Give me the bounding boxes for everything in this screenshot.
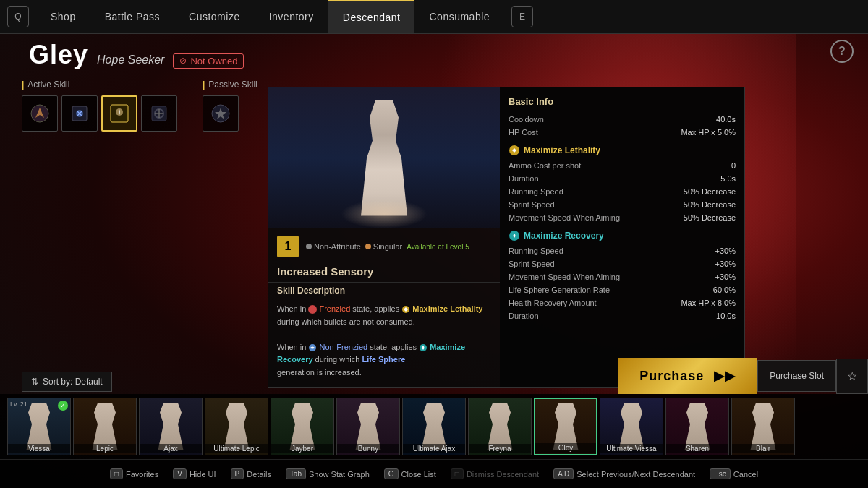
top-navigation: Q Shop Battle Pass Customize Inventory D… [0, 0, 868, 34]
char-thumb-bg: Freyna [469, 398, 531, 455]
character-title: Hope Seeker [97, 53, 164, 67]
char-figure [613, 403, 650, 450]
nav-item-consumable[interactable]: Consumable [414, 0, 504, 33]
char-name: Bunny [337, 444, 399, 453]
nav-item-descendant[interactable]: Descendant [328, 0, 415, 33]
basic-info-title: Basic Info [509, 96, 736, 107]
stat-graph-action: Show Stat Graph [309, 470, 370, 479]
stat-lethality-sprint: Sprint Speed 50% Decrease [509, 198, 736, 211]
preview-glow [341, 200, 427, 228]
help-button[interactable]: ? [830, 40, 854, 63]
bottom-cancel: Esc Cancel [710, 468, 758, 479]
desc-nonfrenzied-mid: state, applies [370, 343, 419, 351]
skill-icon-1[interactable] [22, 95, 58, 132]
passive-skills-row [203, 95, 258, 132]
char-thumb-ultimate-viessa[interactable]: Ultimate Viessa [600, 398, 663, 455]
char-thumb-ultimate-ajax[interactable]: Ultimate Ajax [402, 398, 466, 455]
char-owned-check: ✓ [58, 401, 68, 411]
nav-key-e[interactable]: E [511, 6, 533, 27]
life-sphere-label: Life Sphere Generation Rate [509, 286, 610, 294]
recovery-movement-value: +30% [715, 273, 736, 281]
nav-key-q[interactable]: Q [7, 6, 29, 27]
type-dot [365, 244, 371, 249]
stat-recovery-running: Running Speed +30% [509, 244, 736, 257]
char-figure [482, 403, 518, 450]
char-name: Ultimate Lepic [205, 444, 268, 453]
char-name: Ultimate Ajax [403, 444, 465, 453]
char-figure [153, 403, 189, 450]
char-figure [87, 403, 123, 450]
close-list-action: Close List [401, 470, 436, 479]
desc-end: generation is increased. [277, 368, 362, 377]
skill-info-header: 1 Non-Attribute Singular Available at Le… [268, 228, 500, 262]
skill-preview [268, 87, 500, 228]
recovery-running-label: Running Speed [509, 247, 563, 255]
bottom-details: P Details [231, 468, 271, 479]
active-skill-label: Active Skill [22, 80, 177, 90]
skill-desc-header: Skill Description [268, 282, 500, 300]
char-thumb-gley[interactable]: Gley [534, 398, 597, 455]
skill-tag-attribute: Non-Attribute [306, 242, 361, 251]
desc-frenzied-mid: state, applies [352, 304, 401, 313]
life-sphere-value: 60.0% [713, 286, 736, 294]
nav-item-customize[interactable]: Customize [174, 0, 255, 33]
char-name: Gley [535, 443, 596, 453]
attribute-dot [306, 244, 312, 249]
char-thumb-bg: Gley [535, 399, 596, 454]
char-figure [745, 403, 781, 450]
char-thumb-ultimate-lepic[interactable]: Ultimate Lepic [205, 398, 268, 455]
hide-ui-key: V [173, 468, 187, 479]
stat-lethality-movement: Movement Speed When Aiming 50% Decrease [509, 211, 736, 224]
hp-cost-label: HP Cost [509, 128, 538, 137]
active-skills-row [22, 95, 177, 132]
skill-name: Increased Sensory [268, 262, 500, 282]
char-thumb-freyna[interactable]: Freyna [468, 398, 532, 455]
char-figure [350, 403, 386, 450]
char-thumb-sharen[interactable]: Sharen [665, 398, 729, 455]
dismiss-action: Dismiss Descendant [467, 470, 539, 479]
sort-bar: ⇅ Sort by: Default [22, 372, 112, 392]
purchase-slot-button[interactable]: Purchase Slot [757, 360, 836, 392]
hp-cost-value: Max HP x 5.0% [681, 128, 736, 137]
char-name: Blair [732, 444, 794, 453]
favorite-button[interactable]: ☆ [836, 359, 868, 394]
nav-item-inventory[interactable]: Inventory [255, 0, 328, 33]
char-name: Ultimate Viessa [600, 444, 663, 453]
skill-icon-3[interactable] [101, 95, 137, 132]
char-thumb-jayber[interactable]: Jayber [271, 398, 334, 455]
desc-nonfrenzied-end: during which [315, 355, 362, 364]
skill-icon-4[interactable] [141, 95, 177, 132]
char-thumb-viessa[interactable]: ✓Lv. 21Viessa [7, 398, 71, 455]
skill-available: Available at Level 5 [407, 243, 469, 251]
char-level: Lv. 21 [10, 401, 27, 408]
health-recovery-value: Max HP x 8.0% [681, 299, 736, 307]
lethality-movement-label: Movement Speed When Aiming [509, 213, 620, 222]
lethality-duration-value: 5.0s [720, 174, 736, 183]
sort-button[interactable]: ⇅ Sort by: Default [22, 372, 112, 392]
recovery-movement-label: Movement Speed When Aiming [509, 273, 620, 281]
health-recovery-label: Health Recovery Amount [509, 299, 597, 307]
skill-description: When in Frenzied state, applies Maximize… [268, 300, 500, 387]
stat-lethality-running: Running Speed 50% Decrease [509, 185, 736, 198]
char-thumb-lepic[interactable]: Lepic [73, 398, 137, 455]
character-status: Not Owned [173, 53, 244, 69]
nav-item-battlepass[interactable]: Battle Pass [90, 0, 174, 33]
skill-icon-2[interactable] [61, 95, 98, 132]
favorites-action: Favorites [126, 470, 158, 479]
dismiss-key: □ [451, 468, 464, 479]
char-thumb-ajax[interactable]: Ajax [139, 398, 203, 455]
passive-skill-icon-1[interactable] [203, 95, 239, 132]
skill-tag-type: Singular [365, 242, 402, 251]
bottom-select: A D Select Previous/Next Descendant [553, 468, 695, 479]
char-thumb-blair[interactable]: Blair [731, 398, 795, 455]
nav-item-shop[interactable]: Shop [36, 0, 90, 33]
char-name: Sharen [666, 444, 728, 453]
stat-hp-cost: HP Cost Max HP x 5.0% [509, 126, 736, 139]
purchase-button[interactable]: Purchase ▶▶ [618, 358, 757, 394]
char-thumb-bunny[interactable]: Bunny [336, 398, 400, 455]
lethality-duration-label: Duration [509, 174, 539, 183]
char-figure [21, 403, 57, 450]
lethality-movement-value: 50% Decrease [684, 213, 736, 222]
skill-tags: Non-Attribute Singular Available at Leve… [306, 242, 491, 251]
purchase-arrows: ▶▶ [714, 369, 736, 383]
